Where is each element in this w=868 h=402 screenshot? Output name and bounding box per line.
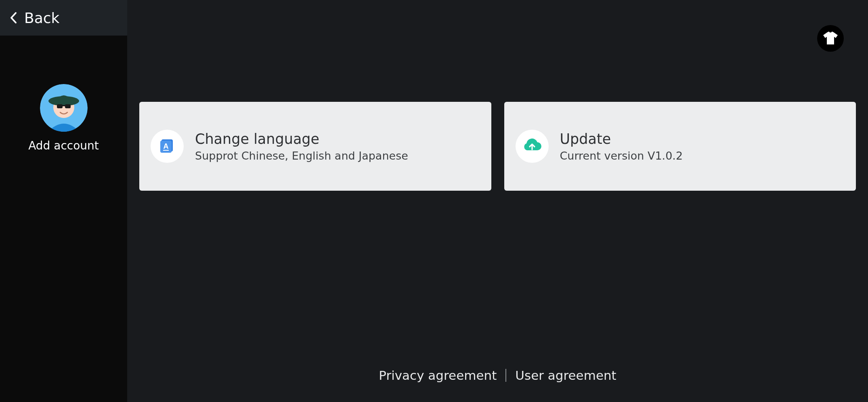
language-icon: A <box>151 130 184 163</box>
theme-button[interactable] <box>817 25 844 52</box>
user-agreement-link[interactable]: User agreement <box>515 368 616 383</box>
avatar-icon <box>40 84 88 132</box>
main-panel: A Change language Supprot Chinese, Engli… <box>127 0 868 402</box>
chevron-left-icon <box>10 12 17 24</box>
change-language-card[interactable]: A Change language Supprot Chinese, Engli… <box>139 102 491 191</box>
svg-rect-3 <box>57 104 63 108</box>
tshirt-icon <box>823 32 838 45</box>
svg-text:A: A <box>164 142 169 150</box>
update-card[interactable]: Update Current version V1.0.2 <box>504 102 856 191</box>
add-account-label: Add account <box>28 139 99 152</box>
settings-cards: A Change language Supprot Chinese, Engli… <box>139 102 856 191</box>
cloud-upload-icon <box>516 130 549 163</box>
footer-separator <box>505 369 506 382</box>
card-subtitle: Current version V1.0.2 <box>560 149 683 162</box>
back-button-label: Back <box>24 10 59 26</box>
back-button[interactable]: Back <box>0 0 127 36</box>
svg-rect-4 <box>65 104 71 108</box>
add-account-button[interactable]: Add account <box>0 84 127 152</box>
card-title: Update <box>560 131 683 147</box>
app-root: Back <box>0 0 868 402</box>
svg-rect-5 <box>62 105 65 106</box>
privacy-agreement-link[interactable]: Privacy agreement <box>379 368 497 383</box>
card-subtitle: Supprot Chinese, English and Japanese <box>195 149 408 162</box>
footer-links: Privacy agreement User agreement <box>127 368 868 383</box>
card-title: Change language <box>195 131 408 147</box>
sidebar: Back <box>0 0 127 402</box>
